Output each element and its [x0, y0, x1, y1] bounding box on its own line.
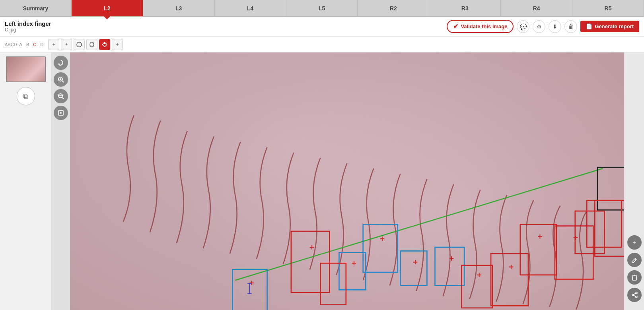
- right-sidebar: +: [624, 52, 644, 310]
- tab-summary[interactable]: Summary: [0, 0, 72, 16]
- svg-point-70: [636, 292, 637, 294]
- tool-label-b: B: [26, 42, 29, 47]
- share-annotation-button[interactable]: [627, 288, 642, 302]
- tool-label-c: C: [33, 42, 36, 47]
- tab-L4[interactable]: L4: [215, 0, 286, 16]
- tool-add-right[interactable]: +: [112, 39, 123, 50]
- zoom-out-button[interactable]: [54, 89, 68, 103]
- svg-point-0: [77, 42, 82, 47]
- delete-annotation-button[interactable]: [627, 270, 642, 285]
- delete-button[interactable]: 🗑: [564, 20, 577, 33]
- settings-button[interactable]: ⚙: [533, 20, 545, 33]
- tool-shape-a[interactable]: [74, 39, 85, 50]
- comment-button[interactable]: 💬: [517, 20, 529, 33]
- tool-add-left[interactable]: +: [48, 39, 59, 50]
- tab-L5[interactable]: L5: [286, 0, 358, 16]
- zoom-in-button[interactable]: [54, 72, 68, 87]
- trash-icon: 🗑: [568, 23, 574, 30]
- thumbnail-preview: [7, 57, 45, 81]
- tab-R5[interactable]: R5: [572, 0, 644, 16]
- main-area: ⧉: [0, 52, 644, 310]
- image-thumbnail[interactable]: [6, 56, 46, 82]
- zoom-toolbar: [52, 52, 70, 310]
- download-button[interactable]: ⬇: [549, 20, 561, 33]
- plus-icon: +: [632, 239, 636, 246]
- validate-button[interactable]: ✔ Validate this image: [447, 20, 514, 33]
- microscope-image: 500 µm 1 mm 0.2 mm: [70, 52, 624, 310]
- tab-R3[interactable]: R3: [429, 0, 501, 16]
- tool-shape-b[interactable]: [86, 39, 97, 50]
- tab-bar: Summary L2 L3 L4 L5 R2 R3 R4 R5: [0, 0, 644, 17]
- fit-button[interactable]: [54, 106, 68, 120]
- svg-line-5: [62, 81, 64, 82]
- tool-label-a: A: [19, 42, 22, 47]
- canvas-area[interactable]: 500 µm 1 mm 0.2 mm: [70, 52, 624, 310]
- rotate-button[interactable]: [54, 56, 68, 70]
- svg-rect-66: [632, 276, 636, 280]
- tool-label-d: D: [40, 42, 43, 47]
- tool-group-abcd: ABCD A B C D: [5, 42, 47, 47]
- svg-line-72: [634, 293, 636, 294]
- tab-R2[interactable]: R2: [358, 0, 429, 16]
- svg-line-9: [62, 97, 64, 99]
- svg-point-12: [60, 112, 62, 114]
- add-image-button[interactable]: ⧉: [17, 87, 35, 105]
- svg-rect-14: [70, 52, 624, 310]
- generate-report-button[interactable]: 📄 Generate report: [580, 21, 639, 32]
- comment-icon: 💬: [520, 23, 527, 30]
- report-icon: 📄: [586, 23, 592, 29]
- edit-annotation-button[interactable]: [627, 253, 642, 267]
- tool-add-small[interactable]: +: [61, 39, 72, 50]
- tab-L2[interactable]: L2: [72, 0, 143, 16]
- left-sidebar: ⧉: [0, 52, 52, 310]
- header-actions: ✔ Validate this image 💬 ⚙ ⬇ 🗑 📄 Generate…: [447, 20, 639, 33]
- tool-label-abcd: ABCD: [5, 42, 17, 47]
- svg-point-2: [104, 43, 105, 44]
- copy-icon: ⧉: [23, 92, 28, 101]
- finger-info: Left index finger C.jpg: [5, 20, 447, 33]
- svg-point-71: [636, 296, 637, 298]
- gear-icon: ⚙: [537, 23, 542, 30]
- download-icon: ⬇: [553, 23, 557, 30]
- finger-file: C.jpg: [5, 27, 447, 33]
- check-icon: ✔: [453, 23, 458, 30]
- tool-row: ABCD A B C D + + +: [0, 37, 644, 52]
- svg-point-1: [90, 42, 94, 47]
- tool-shape-c[interactable]: [99, 39, 110, 50]
- tab-L3[interactable]: L3: [143, 0, 215, 16]
- finger-title: Left index finger: [5, 20, 447, 27]
- svg-point-69: [632, 294, 634, 296]
- header-row: Left index finger C.jpg ✔ Validate this …: [0, 17, 644, 37]
- svg-line-73: [634, 295, 636, 296]
- add-annotation-button[interactable]: +: [627, 235, 642, 250]
- tab-R4[interactable]: R4: [501, 0, 572, 16]
